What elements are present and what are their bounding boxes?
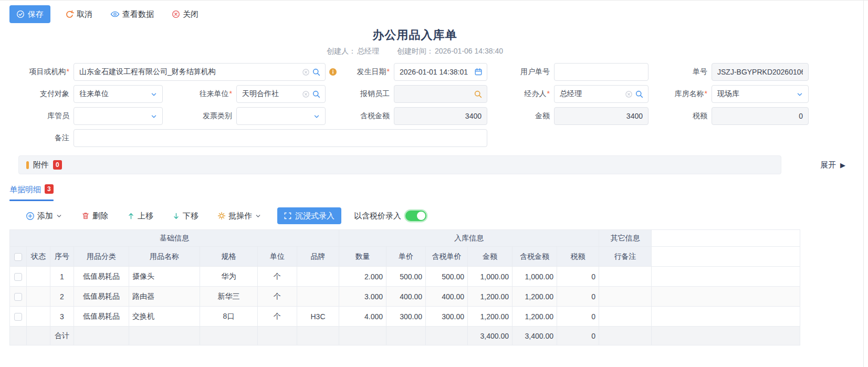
cell-name[interactable]: 摄像头 [129, 267, 200, 287]
search-icon[interactable] [312, 68, 321, 77]
col-qty: 数量 [339, 247, 386, 267]
project-org-input[interactable] [79, 68, 298, 76]
cell-name[interactable]: 路由器 [129, 287, 200, 307]
cell-brand[interactable] [297, 287, 339, 307]
immersive-entry-button[interactable]: 沉浸式录入 [277, 207, 341, 224]
calendar-icon[interactable] [474, 68, 483, 76]
close-button[interactable]: 关闭 [169, 9, 202, 20]
amount-field: 3400 [554, 107, 649, 125]
row-checkbox[interactable] [14, 293, 22, 301]
move-up-button[interactable]: 上移 [124, 211, 156, 222]
cell-price[interactable]: 500.00 [386, 267, 426, 287]
handler-field[interactable] [554, 85, 649, 103]
cell-amount: 1,200.00 [468, 287, 513, 307]
cell-row-remark[interactable] [599, 307, 652, 327]
tax-included-toggle[interactable] [405, 211, 426, 221]
remark-input[interactable] [79, 134, 482, 142]
clear-icon[interactable] [302, 90, 310, 98]
counterparty-label: 往来单位 [200, 89, 229, 98]
warehouse-keeper-select[interactable] [74, 107, 163, 125]
table-row[interactable]: 1 低值易耗品 摄像头 华为 个 2.000 500.00 500.00 1,0… [10, 267, 800, 287]
delete-button[interactable]: 删除 [78, 211, 111, 222]
add-label: 添加 [37, 211, 53, 221]
cell-qty[interactable]: 2.000 [339, 267, 386, 287]
cell-row-remark[interactable] [599, 267, 652, 287]
user-doc-no-input[interactable] [560, 68, 643, 76]
pay-target-value: 往来单位 [79, 89, 109, 99]
reimburse-employee-label: 报销员工 [360, 89, 390, 98]
search-icon[interactable] [635, 90, 644, 99]
move-down-button[interactable]: 下移 [169, 211, 202, 222]
detail-toolbar: 添加 删除 上移 下移 批操作 沉浸式录入 以含税价录入 [23, 207, 868, 224]
cell-category[interactable]: 低值易耗品 [74, 307, 129, 327]
attachment-bar[interactable]: 附件 0 [18, 155, 781, 174]
cell-tax-price[interactable]: 500.00 [426, 267, 468, 287]
cell-category[interactable]: 低值易耗品 [74, 267, 129, 287]
cell-unit[interactable]: 个 [258, 307, 297, 327]
clear-icon[interactable] [302, 68, 310, 76]
project-org-field[interactable] [74, 63, 326, 81]
batch-operation-label: 批操作 [228, 211, 252, 221]
cell-spec[interactable]: 华为 [200, 267, 258, 287]
invoice-type-select[interactable] [236, 107, 326, 125]
cell-tax-price[interactable]: 400.00 [426, 287, 468, 307]
required-star: * [229, 89, 232, 98]
pay-target-select[interactable]: 往来单位 [74, 85, 163, 103]
chevron-down-icon [150, 113, 158, 120]
cell-category[interactable]: 低值易耗品 [74, 287, 129, 307]
info-icon[interactable] [329, 68, 337, 76]
cell-name[interactable]: 交换机 [129, 307, 200, 327]
handler-input[interactable] [560, 90, 621, 98]
counterparty-field[interactable] [236, 85, 326, 103]
cell-spec[interactable]: 8口 [200, 307, 258, 327]
occur-date-field[interactable] [394, 63, 487, 81]
table-total-row: 合计 3,400.00 3,400.00 0 [10, 327, 800, 345]
cell-price[interactable]: 300.00 [386, 307, 426, 327]
cell-filler [652, 307, 800, 327]
cell-price[interactable]: 400.00 [386, 287, 426, 307]
amount-label: 金额 [535, 111, 550, 120]
save-button[interactable]: 保存 [9, 5, 50, 23]
remark-field[interactable] [74, 129, 487, 147]
col-amount: 金额 [468, 247, 513, 267]
cell-qty[interactable]: 4.000 [339, 307, 386, 327]
cell-qty[interactable]: 3.000 [339, 287, 386, 307]
bookmark-icon [26, 161, 29, 169]
cell-brand[interactable]: H3C [297, 307, 339, 327]
batch-operation-button[interactable]: 批操作 [214, 211, 265, 222]
table-row[interactable]: 3 低值易耗品 交换机 8口 个 H3C 4.000 300.00 300.00… [10, 307, 800, 327]
clear-icon[interactable] [625, 90, 633, 98]
creator-value: 总经理 [357, 47, 379, 56]
close-label: 关闭 [183, 9, 198, 19]
scrollbar-track[interactable] [863, 1, 864, 367]
user-doc-no-field[interactable] [554, 63, 649, 81]
expand-button[interactable]: 展开 ▶ [820, 160, 845, 170]
select-all-checkbox[interactable] [14, 253, 22, 261]
search-icon[interactable] [474, 90, 483, 99]
tab-detail-label: 单据明细 [9, 185, 41, 195]
row-checkbox[interactable] [14, 273, 22, 281]
cell-tax-price[interactable]: 300.00 [426, 307, 468, 327]
cell-spec[interactable]: 新华三 [200, 287, 258, 307]
header-filler [652, 247, 800, 267]
cell-unit[interactable]: 个 [258, 267, 297, 287]
table-row[interactable]: 2 低值易耗品 路由器 新华三 个 3.000 400.00 400.00 1,… [10, 287, 800, 307]
row-checkbox[interactable] [14, 313, 22, 321]
search-icon[interactable] [312, 90, 321, 99]
group-basic-info: 基础信息 [10, 230, 339, 247]
warehouse-name-value: 现场库 [717, 89, 739, 99]
warehouse-name-select[interactable]: 现场库 [712, 85, 809, 103]
move-down-label: 下移 [183, 211, 198, 221]
cell-unit[interactable]: 个 [258, 287, 297, 307]
occur-date-input[interactable] [400, 68, 471, 76]
tab-detail[interactable]: 单据明细 3 [9, 185, 54, 200]
cell-brand[interactable] [297, 267, 339, 287]
counterparty-input[interactable] [242, 90, 298, 98]
cell-tax-amount: 1,000.00 [513, 267, 557, 287]
cell-row-remark[interactable] [599, 287, 652, 307]
handler-label: 经办人 [525, 89, 547, 98]
add-button[interactable]: 添加 [23, 211, 66, 222]
tax-amount-label: 税额 [693, 111, 707, 120]
cancel-button[interactable]: 取消 [62, 9, 96, 20]
view-data-button[interactable]: 查看数据 [107, 9, 157, 20]
